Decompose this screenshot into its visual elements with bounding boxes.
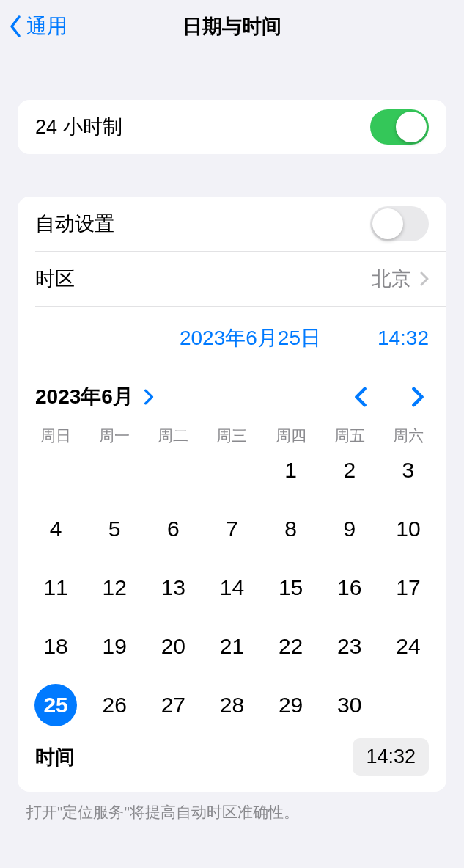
toggle-knob (396, 112, 427, 142)
calendar-day[interactable]: 30 (320, 684, 379, 726)
current-time-button[interactable]: 14:32 (378, 327, 429, 350)
calendar-day[interactable]: 10 (379, 508, 438, 550)
footer-note: 打开"定位服务"将提高自动时区准确性。 (26, 802, 438, 823)
calendar-day[interactable]: 11 (26, 566, 85, 609)
calendar-day[interactable]: 14 (202, 566, 261, 609)
time-picker-label: 时间 (35, 744, 75, 770)
chevron-right-icon (411, 387, 424, 407)
calendar-day[interactable]: 7 (202, 508, 261, 550)
calendar-day[interactable]: 3 (379, 449, 438, 492)
calendar-day[interactable]: 2 (320, 449, 379, 492)
calendar-day[interactable]: 18 (26, 625, 85, 668)
calendar-blank (144, 449, 202, 492)
calendar-blank (85, 449, 144, 492)
next-month-button[interactable] (407, 386, 429, 408)
page-title: 日期与时间 (0, 13, 464, 40)
current-date-button[interactable]: 2023年6月25日 (180, 324, 321, 352)
calendar-day[interactable]: 25 (26, 684, 85, 726)
toggle-autoset[interactable] (370, 206, 429, 241)
time-picker-button[interactable]: 14:32 (353, 738, 429, 776)
calendar-day[interactable]: 5 (85, 508, 144, 550)
calendar-day[interactable]: 4 (26, 508, 85, 550)
calendar-day[interactable]: 19 (85, 625, 144, 668)
calendar-day[interactable]: 23 (320, 625, 379, 668)
calendar-day[interactable]: 6 (144, 508, 202, 550)
calendar-day[interactable]: 20 (144, 625, 202, 668)
weekday-header: 周一 (85, 426, 144, 446)
value-timezone: 北京 (372, 266, 411, 292)
weekday-header: 周五 (320, 426, 379, 446)
weekday-header: 周日 (26, 426, 85, 446)
calendar-blank (202, 449, 261, 492)
calendar-day[interactable]: 1 (262, 449, 320, 492)
calendar-day[interactable]: 29 (262, 684, 320, 726)
weekday-header: 周六 (379, 426, 438, 446)
back-label: 通用 (26, 12, 67, 40)
calendar-day[interactable]: 22 (262, 625, 320, 668)
calendar-day[interactable]: 28 (202, 684, 261, 726)
calendar-day[interactable]: 16 (320, 566, 379, 609)
month-select-button[interactable]: 2023年6月 (35, 383, 154, 411)
calendar-day[interactable]: 13 (144, 566, 202, 609)
calendar-day[interactable]: 9 (320, 508, 379, 550)
calendar-day[interactable]: 21 (202, 625, 261, 668)
toggle-knob (372, 208, 403, 239)
chevron-left-icon (9, 14, 23, 39)
weekday-header: 周二 (144, 426, 202, 446)
calendar-day[interactable]: 24 (379, 625, 438, 668)
back-button[interactable]: 通用 (0, 12, 67, 40)
label-24hour: 24 小时制 (35, 114, 122, 140)
chevron-right-icon (420, 271, 429, 286)
row-timezone[interactable]: 时区 北京 (18, 252, 446, 306)
calendar-day[interactable]: 26 (85, 684, 144, 726)
toggle-24hour[interactable] (370, 109, 429, 145)
calendar-day[interactable]: 8 (262, 508, 320, 550)
chevron-left-icon (354, 387, 367, 407)
label-autoset: 自动设置 (35, 211, 114, 237)
calendar-day[interactable]: 12 (85, 566, 144, 609)
weekday-header: 周三 (202, 426, 261, 446)
calendar-day[interactable]: 27 (144, 684, 202, 726)
calendar-blank (26, 449, 85, 492)
month-label: 2023年6月 (35, 383, 133, 411)
label-timezone: 时区 (35, 266, 75, 292)
calendar-day[interactable]: 15 (262, 566, 320, 609)
weekday-header: 周四 (262, 426, 320, 446)
chevron-right-icon (144, 389, 154, 405)
prev-month-button[interactable] (350, 386, 372, 408)
calendar-day[interactable]: 17 (379, 566, 438, 609)
